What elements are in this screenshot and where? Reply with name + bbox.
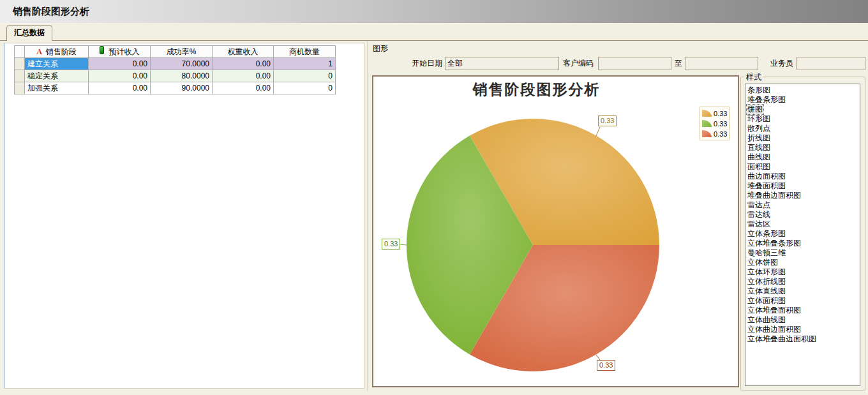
legend-swatch xyxy=(702,130,712,137)
row-selector[interactable] xyxy=(15,82,25,94)
style-list-item[interactable]: 折线图 xyxy=(745,133,860,143)
row-selector-header xyxy=(15,46,25,58)
customer-code-from-input[interactable] xyxy=(598,57,671,70)
summary-grid-panel: A销售阶段 预计收入 成功率% 权重收入 商机数量 建立关系 0.00 70.0… xyxy=(4,43,364,389)
legend-label: 0.33 xyxy=(714,110,727,117)
style-list-item[interactable]: 雷达点 xyxy=(745,200,860,210)
table-row[interactable]: 建立关系 0.00 70.0000 0.00 1 xyxy=(15,58,336,70)
cell-expected-income[interactable]: 0.00 xyxy=(89,70,151,82)
cell-stage[interactable]: 稳定关系 xyxy=(25,70,89,82)
cell-opportunity-count[interactable]: 0 xyxy=(274,70,336,82)
style-list-item[interactable]: 立体面积图 xyxy=(745,296,860,306)
style-list-item[interactable]: 立体条形图 xyxy=(745,229,860,239)
style-list-item[interactable]: 立体曲边面积图 xyxy=(745,325,860,334)
style-list-item[interactable]: 立体堆叠曲边面积图 xyxy=(745,334,860,344)
slice-label: 0.33 xyxy=(597,360,615,371)
cell-weighted-income[interactable]: 0.00 xyxy=(213,82,274,94)
style-list-item[interactable]: 立体饼图 xyxy=(745,258,860,267)
style-list-item[interactable]: 堆叠曲边面积图 xyxy=(745,191,860,200)
cell-success-rate[interactable]: 80.0000 xyxy=(151,70,213,82)
column-header-opportunity-count[interactable]: 商机数量 xyxy=(274,46,336,58)
legend-swatch xyxy=(702,110,712,117)
style-list-item[interactable]: 堆叠条形图 xyxy=(745,95,860,105)
column-header-weighted-income[interactable]: 权重收入 xyxy=(213,46,274,58)
row-selector[interactable] xyxy=(15,58,25,70)
cell-success-rate[interactable]: 90.0000 xyxy=(151,82,213,94)
pie-chart-area: 销售阶段图形分析 0.330.330.33 0.33 0.33 0.33 xyxy=(372,75,739,387)
slice-label: 0.33 xyxy=(598,116,617,126)
style-group-box: 样式 条形图堆叠条形图饼图环形图散列点折线图直线图曲线图面积图曲边面积图堆叠面积… xyxy=(740,77,865,391)
style-list-item[interactable]: 立体直线图 xyxy=(745,287,860,296)
style-list-item[interactable]: 散列点 xyxy=(745,124,860,133)
style-list-item[interactable]: 雷达区 xyxy=(745,220,860,229)
style-list-item[interactable]: 立体堆叠面积图 xyxy=(745,306,860,315)
row-selector[interactable] xyxy=(15,70,25,82)
style-list-item[interactable]: 面积图 xyxy=(745,162,860,172)
sort-indicator-icon: A xyxy=(36,47,42,56)
table-row[interactable]: 加强关系 0.00 90.0000 0.00 0 xyxy=(15,82,336,94)
style-list-item[interactable]: 直线图 xyxy=(745,143,860,153)
cell-weighted-income[interactable]: 0.00 xyxy=(213,70,274,82)
cell-stage[interactable]: 建立关系 xyxy=(25,58,89,70)
style-list-item[interactable]: 曲边面积图 xyxy=(745,172,860,181)
style-list-item[interactable]: 雷达线 xyxy=(745,210,860,220)
customer-code-to-input[interactable] xyxy=(685,57,758,70)
legend-item: 0.33 xyxy=(702,109,727,117)
pie-chart xyxy=(373,77,738,386)
cell-opportunity-count[interactable]: 1 xyxy=(274,58,336,70)
style-list-item[interactable]: 立体曲线图 xyxy=(745,315,860,325)
style-list-item[interactable]: 条形图 xyxy=(745,86,860,95)
salesman-input[interactable] xyxy=(797,57,865,70)
start-date-input[interactable] xyxy=(445,57,559,70)
panel-divider xyxy=(367,41,368,391)
tab-summary-data[interactable]: 汇总数据 xyxy=(6,25,52,41)
app-window: { "window": { "title": "销售阶段图形分析" }, "ta… xyxy=(0,0,868,395)
chart-style-listbox: 条形图堆叠条形图饼图环形图散列点折线图直线图曲线图面积图曲边面积图堆叠面积图堆叠… xyxy=(745,84,860,386)
style-list-item[interactable]: 立体折线图 xyxy=(745,277,860,287)
style-list-item[interactable]: 曼哈顿三维 xyxy=(745,248,860,258)
pie-slices xyxy=(407,119,659,371)
cell-weighted-income[interactable]: 0.00 xyxy=(213,58,274,70)
cell-opportunity-count[interactable]: 0 xyxy=(274,82,336,94)
to-label: 至 xyxy=(675,58,682,69)
cell-stage[interactable]: 加强关系 xyxy=(25,82,89,94)
page-title: 销售阶段图形分析 xyxy=(13,0,89,22)
cell-expected-income[interactable]: 0.00 xyxy=(89,58,151,70)
salesman-label: 业务员 xyxy=(770,58,793,69)
style-list-item[interactable]: 立体堆叠条形图 xyxy=(745,239,860,248)
legend-label: 0.33 xyxy=(714,130,727,138)
table-row[interactable]: 稳定关系 0.00 80.0000 0.00 0 xyxy=(15,70,336,82)
cell-expected-income[interactable]: 0.00 xyxy=(89,82,151,94)
filter-capsule-icon xyxy=(100,46,104,54)
legend-item: 0.33 xyxy=(702,119,727,128)
legend-item: 0.33 xyxy=(702,130,727,138)
legend-label: 0.33 xyxy=(714,120,727,128)
column-header-stage[interactable]: A销售阶段 xyxy=(25,46,89,58)
slice-label: 0.33 xyxy=(382,239,400,250)
style-list-item[interactable]: 曲线图 xyxy=(745,153,860,162)
style-list-item[interactable]: 堆叠面积图 xyxy=(745,181,860,191)
column-header-success-rate[interactable]: 成功率% xyxy=(151,46,213,58)
chart-legend: 0.330.330.33 xyxy=(700,107,730,140)
style-list-item[interactable]: 饼图 xyxy=(745,105,860,114)
legend-swatch xyxy=(702,120,712,127)
graph-panel-caption: 图形 xyxy=(373,43,388,54)
style-group-caption: 样式 xyxy=(744,72,763,83)
tab-page-content: A销售阶段 预计收入 成功率% 权重收入 商机数量 建立关系 0.00 70.0… xyxy=(0,40,868,391)
sales-stage-table: A销售阶段 预计收入 成功率% 权重收入 商机数量 建立关系 0.00 70.0… xyxy=(14,45,336,94)
start-date-label: 开始日期 xyxy=(391,58,442,69)
window-title-bar: 销售阶段图形分析 xyxy=(0,0,868,24)
customer-code-label: 客户编码 xyxy=(563,58,594,69)
style-list-item[interactable]: 立体环形图 xyxy=(745,267,860,277)
column-header-expected-income[interactable]: 预计收入 xyxy=(89,46,151,58)
table-header-row: A销售阶段 预计收入 成功率% 权重收入 商机数量 xyxy=(15,46,336,58)
cell-success-rate[interactable]: 70.0000 xyxy=(151,58,213,70)
style-list-item[interactable]: 环形图 xyxy=(745,114,860,124)
